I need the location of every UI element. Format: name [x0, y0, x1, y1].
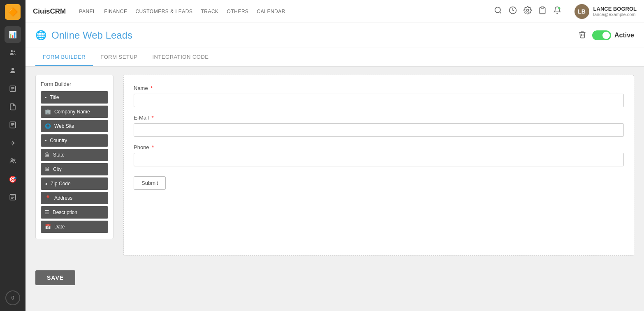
- email-input[interactable]: [134, 123, 624, 137]
- email-label: E-Mail *: [134, 115, 624, 121]
- form-builder-panel-title: Form Builder: [41, 81, 108, 87]
- clock-icon[interactable]: [509, 6, 517, 16]
- svg-rect-21: [541, 7, 544, 8]
- svg-point-20: [526, 9, 528, 12]
- page-title-globe-icon: 🌐: [35, 30, 46, 41]
- save-area: SAVE: [25, 264, 644, 292]
- svg-point-22: [558, 7, 560, 9]
- nav-link-calendar[interactable]: CALENDAR: [257, 9, 285, 14]
- sidebar-item-file[interactable]: [5, 117, 21, 133]
- nav-link-panel[interactable]: PANEL: [79, 9, 96, 14]
- app-logo[interactable]: 🔶: [5, 4, 21, 20]
- name-label: Name *: [134, 85, 624, 91]
- form-item-city[interactable]: 🏛 City: [41, 163, 108, 175]
- sidebar-item-list[interactable]: [5, 81, 21, 97]
- active-toggle-container: Active: [592, 30, 634, 40]
- sidebar-item-plane[interactable]: ✈: [5, 135, 21, 151]
- zip-code-item-icon: ◂: [45, 181, 47, 187]
- web-site-item-icon: 🌐: [45, 123, 51, 129]
- description-item-icon: ☰: [45, 210, 49, 215]
- tabs-bar: FORM BUILDER FORM SETUP INTEGRATION CODE: [25, 48, 644, 67]
- form-field-name: Name *: [134, 85, 624, 107]
- name-required-indicator: *: [151, 85, 153, 91]
- delete-icon[interactable]: [578, 30, 586, 41]
- svg-line-18: [499, 12, 501, 14]
- svg-point-17: [495, 7, 500, 13]
- clipboard-icon[interactable]: [538, 6, 547, 16]
- form-builder-items: ▪ Title 🏢 Company Name 🌐 Web Site ▪: [41, 91, 108, 233]
- top-icons-group: [494, 6, 561, 16]
- svg-point-1: [14, 51, 15, 52]
- svg-point-11: [11, 159, 13, 161]
- search-icon[interactable]: [494, 6, 502, 16]
- form-item-state[interactable]: 🏛 State: [41, 149, 108, 161]
- form-item-web-site[interactable]: 🌐 Web Site: [41, 120, 108, 132]
- nav-link-others[interactable]: OTHERS: [227, 9, 249, 14]
- bottom-counter-badge[interactable]: 0: [5, 290, 20, 305]
- user-name: LANCE BOGROL: [593, 6, 637, 12]
- sidebar-item-dashboard[interactable]: 📊: [5, 26, 21, 43]
- page-title: Online Web Leads: [51, 30, 132, 41]
- phone-required-indicator: *: [152, 144, 154, 150]
- settings-icon[interactable]: [524, 6, 532, 16]
- svg-point-12: [14, 159, 15, 161]
- country-item-icon: ▪: [45, 138, 46, 143]
- svg-point-2: [12, 68, 14, 70]
- content-area: 🌐 Online Web Leads Active FORM BUILDER F…: [25, 23, 644, 311]
- state-item-icon: 🏛: [45, 152, 50, 158]
- sidebar-item-contacts[interactable]: [5, 153, 21, 169]
- form-item-date[interactable]: 📅 Date: [41, 221, 108, 233]
- date-item-icon: 📅: [45, 224, 51, 230]
- form-field-email: E-Mail *: [134, 115, 624, 137]
- phone-input[interactable]: [134, 153, 624, 166]
- user-details: LANCE BOGROL lance@example.com: [593, 6, 637, 17]
- form-item-title[interactable]: ▪ Title: [41, 91, 108, 104]
- form-field-phone: Phone *: [134, 144, 624, 166]
- sidebar-item-people-group[interactable]: [5, 44, 21, 61]
- active-toggle[interactable]: [592, 30, 611, 40]
- form-item-zip-code[interactable]: ◂ Zip Code: [41, 177, 108, 190]
- form-builder-panel: Form Builder ▪ Title 🏢 Company Name 🌐: [35, 75, 114, 256]
- tab-form-builder[interactable]: FORM BUILDER: [35, 48, 93, 66]
- avatar: LB: [575, 4, 589, 19]
- phone-label: Phone *: [134, 144, 624, 150]
- active-label: Active: [614, 32, 634, 39]
- address-item-icon: 📍: [45, 195, 51, 201]
- submit-button[interactable]: Submit: [134, 176, 166, 190]
- save-button[interactable]: SAVE: [35, 270, 75, 285]
- top-navbar: CiuisCRM PANEL FINANCE CUSTOMERS & LEADS…: [25, 0, 644, 23]
- tab-form-setup[interactable]: FORM SETUP: [93, 48, 145, 66]
- email-required-indicator: *: [151, 115, 153, 121]
- nav-links: PANEL FINANCE CUSTOMERS & LEADS TRACK OT…: [79, 9, 285, 14]
- bell-icon[interactable]: [553, 6, 561, 16]
- sidebar-item-person[interactable]: [5, 62, 21, 79]
- sidebar-item-notes[interactable]: [5, 189, 21, 205]
- form-item-address[interactable]: 📍 Address: [41, 192, 108, 204]
- form-item-description[interactable]: ☰ Description: [41, 206, 108, 219]
- svg-point-0: [11, 50, 13, 52]
- user-info: LB LANCE BOGROL lance@example.com: [575, 4, 637, 19]
- form-preview-area: Name * E-Mail * Phone * Submit: [123, 75, 634, 256]
- main-area: CiuisCRM PANEL FINANCE CUSTOMERS & LEADS…: [25, 0, 644, 311]
- sidebar-item-target[interactable]: 🎯: [5, 171, 21, 187]
- sidebar-item-document[interactable]: [5, 99, 21, 115]
- form-item-company-name[interactable]: 🏢 Company Name: [41, 106, 108, 118]
- page-body: Form Builder ▪ Title 🏢 Company Name 🌐: [25, 67, 644, 264]
- nav-link-customers[interactable]: CUSTOMERS & LEADS: [135, 9, 192, 14]
- title-item-icon: ▪: [45, 94, 46, 100]
- nav-link-track[interactable]: TRACK: [201, 9, 218, 14]
- name-input[interactable]: [134, 94, 624, 107]
- page-header: 🌐 Online Web Leads Active: [25, 23, 644, 48]
- user-email: lance@example.com: [593, 12, 637, 17]
- icon-sidebar: 🔶 📊 ✈ 🎯 0: [0, 0, 25, 311]
- company-name-item-icon: 🏢: [45, 109, 51, 115]
- tab-integration-code[interactable]: INTEGRATION CODE: [145, 48, 216, 66]
- form-builder-card: Form Builder ▪ Title 🏢 Company Name 🌐: [35, 75, 114, 239]
- page-header-left: 🌐 Online Web Leads: [35, 30, 132, 41]
- nav-link-finance[interactable]: FINANCE: [104, 9, 127, 14]
- page-header-right: Active: [578, 30, 634, 41]
- brand-name: CiuisCRM: [33, 7, 66, 16]
- city-item-icon: 🏛: [45, 166, 50, 172]
- form-item-country[interactable]: ▪ Country: [41, 134, 108, 147]
